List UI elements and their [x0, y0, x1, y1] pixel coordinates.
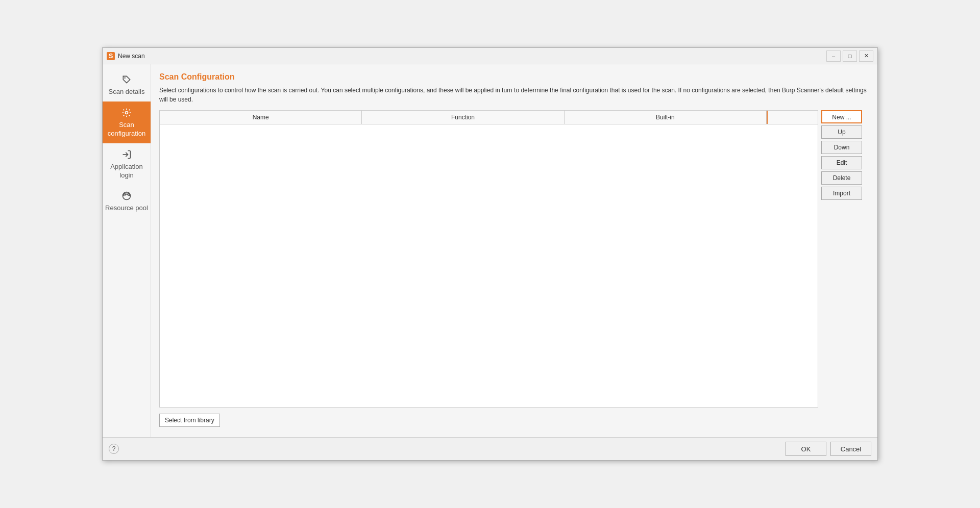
tag-icon — [120, 73, 133, 86]
gear-icon — [120, 107, 133, 119]
window-controls: – □ ✕ — [826, 50, 873, 62]
up-button[interactable]: Up — [821, 125, 862, 139]
close-button[interactable]: ✕ — [859, 50, 873, 62]
maximize-button[interactable]: □ — [843, 50, 857, 62]
import-button[interactable]: Import — [821, 187, 862, 200]
col-function: Function — [362, 111, 564, 124]
footer: ? OK Cancel — [103, 437, 877, 460]
sidebar-label-application-login: Application login — [105, 163, 148, 180]
bottom-bar: Select from library — [159, 412, 869, 429]
app-icon: S — [107, 52, 115, 60]
title-bar: S New scan – □ ✕ — [103, 48, 877, 64]
window-title: New scan — [118, 53, 826, 60]
main-content: Scan details Scan configuration — [103, 64, 877, 437]
right-panel: New ... Up Down Edit Delete Import — [818, 110, 869, 408]
ok-button[interactable]: OK — [786, 442, 826, 456]
new-button[interactable]: New ... — [821, 110, 862, 123]
edit-button[interactable]: Edit — [821, 156, 862, 169]
svg-point-1 — [126, 111, 128, 114]
sidebar-item-application-login[interactable]: Application login — [103, 143, 151, 185]
sidebar-label-scan-details: Scan details — [109, 88, 145, 96]
table-header: Name Function Built-in — [160, 111, 818, 124]
col-actions — [767, 111, 818, 124]
table-section: Name Function Built-in New ... Up — [159, 110, 869, 408]
select-from-library-button[interactable]: Select from library — [159, 414, 220, 427]
sidebar-item-resource-pool[interactable]: Resource pool — [103, 185, 151, 218]
table-wrapper: Name Function Built-in — [159, 110, 818, 408]
cancel-button[interactable]: Cancel — [830, 442, 871, 456]
help-icon[interactable]: ? — [109, 444, 119, 454]
config-table: Name Function Built-in — [159, 110, 818, 408]
sidebar: Scan details Scan configuration — [103, 64, 151, 437]
pool-icon — [120, 190, 133, 202]
login-icon — [120, 148, 133, 161]
page-title: Scan Configuration — [159, 72, 869, 82]
main-window: S New scan – □ ✕ Scan details — [102, 47, 878, 461]
minimize-button[interactable]: – — [826, 50, 841, 62]
sidebar-label-scan-configuration: Scan configuration — [105, 121, 148, 138]
delete-button[interactable]: Delete — [821, 171, 862, 185]
sidebar-item-scan-configuration[interactable]: Scan configuration — [103, 101, 151, 143]
table-body — [160, 124, 818, 407]
down-button[interactable]: Down — [821, 141, 862, 154]
content-area: Scan Configuration Select configurations… — [151, 64, 877, 437]
svg-point-0 — [124, 77, 126, 79]
col-builtin: Built-in — [565, 111, 767, 124]
sidebar-item-scan-details[interactable]: Scan details — [103, 68, 151, 101]
col-name: Name — [160, 111, 362, 124]
sidebar-label-resource-pool: Resource pool — [105, 204, 148, 213]
description: Select configurations to control how the… — [159, 86, 869, 104]
